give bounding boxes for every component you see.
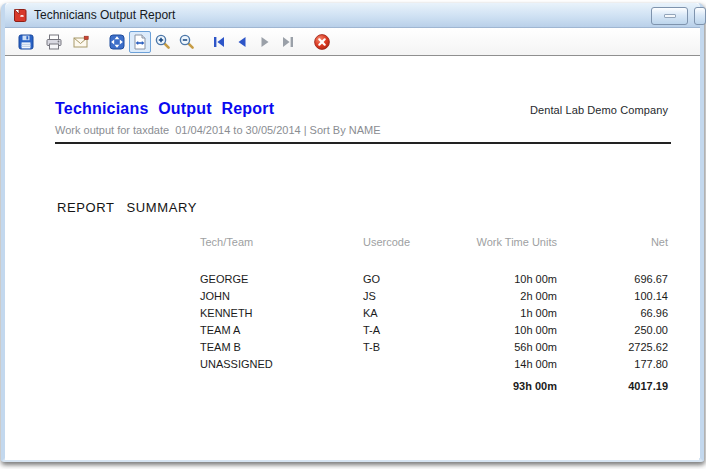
- cell-usercode: KA: [363, 305, 458, 322]
- report-summary-heading: REPORT SUMMARY: [57, 200, 197, 215]
- cell-usercode: [363, 356, 458, 373]
- total-net: 4017.19: [557, 380, 668, 392]
- last-page-button[interactable]: [277, 31, 299, 53]
- table-row: KENNETHKA1h 00m66.96: [200, 305, 668, 322]
- cell-time: 10h 00m: [458, 271, 557, 288]
- cell-net: 696.67: [557, 271, 668, 288]
- cell-net: 2725.62: [557, 339, 668, 356]
- report-title: Technicians Output Report: [55, 100, 274, 118]
- close-circle-icon: [313, 33, 331, 51]
- close-button[interactable]: [311, 31, 333, 53]
- minimize-icon: [664, 14, 676, 18]
- fit-page-button[interactable]: [106, 31, 128, 53]
- report-document-icon: [12, 7, 28, 23]
- cell-time: 2h 00m: [458, 288, 557, 305]
- cell-tech: TEAM A: [200, 322, 363, 339]
- cell-net: 250.00: [557, 322, 668, 339]
- prev-page-button[interactable]: [231, 31, 253, 53]
- last-page-arrow-icon: [279, 33, 297, 51]
- column-header-net: Net: [557, 236, 668, 248]
- summary-table-header: Tech/Team Usercode Work Time Units Net: [200, 236, 668, 248]
- next-page-button[interactable]: [254, 31, 276, 53]
- minimize-button[interactable]: [651, 7, 688, 25]
- summary-table-rows: GEORGEGO10h 00m696.67JOHNJS2h 00m100.14K…: [200, 271, 668, 373]
- totals-spacer: [363, 380, 458, 392]
- envelope-icon: [72, 33, 90, 51]
- cell-usercode: T-A: [363, 322, 458, 339]
- column-header-work-time: Work Time Units: [458, 236, 557, 248]
- window-control-partial[interactable]: [694, 7, 706, 25]
- fit-width-button[interactable]: [129, 31, 151, 53]
- cell-usercode: JS: [363, 288, 458, 305]
- table-row: JOHNJS2h 00m100.14: [200, 288, 668, 305]
- table-row: GEORGEGO10h 00m696.67: [200, 271, 668, 288]
- floppy-disk-icon: [17, 33, 35, 51]
- cell-time: 1h 00m: [458, 305, 557, 322]
- cell-net: 66.96: [557, 305, 668, 322]
- zoom-out-button[interactable]: [176, 31, 198, 53]
- report-subtitle: Work output for taxdate 01/04/2014 to 30…: [55, 124, 381, 136]
- table-row: TEAM BT-B56h 00m2725.62: [200, 339, 668, 356]
- zoom-in-button[interactable]: [152, 31, 174, 53]
- cell-time: 14h 00m: [458, 356, 557, 373]
- cell-usercode: T-B: [363, 339, 458, 356]
- company-name: Dental Lab Demo Company: [530, 104, 668, 116]
- summary-totals-row: 93h 00m 4017.19: [200, 380, 668, 392]
- email-button[interactable]: [70, 31, 92, 53]
- toolbar: [5, 28, 700, 56]
- table-row: UNASSIGNED14h 00m177.80: [200, 356, 668, 373]
- cell-tech: KENNETH: [200, 305, 363, 322]
- cell-tech: UNASSIGNED: [200, 356, 363, 373]
- printer-icon: [45, 33, 63, 51]
- print-button[interactable]: [43, 31, 65, 53]
- cell-usercode: GO: [363, 271, 458, 288]
- table-row: TEAM AT-A10h 00m250.00: [200, 322, 668, 339]
- cell-net: 177.80: [557, 356, 668, 373]
- magnifier-plus-icon: [154, 33, 172, 51]
- column-header-tech-team: Tech/Team: [200, 236, 363, 248]
- column-header-usercode: Usercode: [363, 236, 458, 248]
- cell-tech: TEAM B: [200, 339, 363, 356]
- header-rule: [55, 142, 671, 144]
- cell-net: 100.14: [557, 288, 668, 305]
- report-window: Technicians Output Report: [1, 3, 704, 462]
- window-title: Technicians Output Report: [34, 8, 175, 22]
- cell-tech: JOHN: [200, 288, 363, 305]
- page-width-arrows-icon: [131, 33, 149, 51]
- first-page-arrow-icon: [210, 33, 228, 51]
- save-button[interactable]: [15, 31, 37, 53]
- cell-time: 10h 00m: [458, 322, 557, 339]
- cell-tech: GEORGE: [200, 271, 363, 288]
- first-page-button[interactable]: [208, 31, 230, 53]
- magnifier-minus-icon: [178, 33, 196, 51]
- titlebar: Technicians Output Report: [5, 3, 700, 28]
- expand-arrows-icon: [108, 33, 126, 51]
- report-preview-area: Technicians Output Report Dental Lab Dem…: [5, 56, 699, 460]
- cell-time: 56h 00m: [458, 339, 557, 356]
- next-page-arrow-icon: [256, 33, 274, 51]
- totals-spacer: [200, 380, 363, 392]
- total-work-time: 93h 00m: [458, 380, 557, 392]
- prev-page-arrow-icon: [233, 33, 251, 51]
